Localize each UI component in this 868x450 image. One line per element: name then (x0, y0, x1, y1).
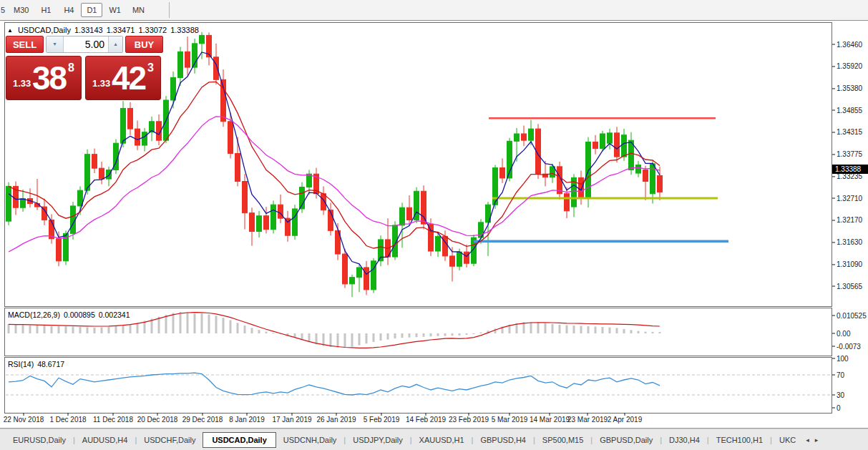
tab-audusd-h4[interactable]: AUDUSD,H4 (75, 433, 135, 447)
tab-scroll-right-icon[interactable]: ▸ (812, 435, 821, 445)
sell-price-main: 38 (32, 58, 66, 98)
buy-price-pip: 3 (147, 62, 154, 74)
tab-usdcad-daily[interactable]: USDCAD,Daily (203, 432, 275, 448)
timeframe-button-w1[interactable]: W1 (104, 3, 126, 17)
collapse-arrow-icon[interactable]: ▲ (7, 27, 13, 34)
sell-price-prefix: 1.33 (13, 78, 31, 89)
chart-title: ▲USDCAD,Daily1.331431.334711.330721.3338… (7, 26, 199, 34)
tab-dj30-h4[interactable]: DJ30,H4 (662, 433, 707, 447)
timeframe-button-mn[interactable]: MN (127, 3, 150, 17)
one-click-trade-widget: SELL ▾ 5.00 ▴ BUY 1.33 38 8 1.33 42 3 (6, 36, 163, 100)
macd-main-value: 0.000895 (64, 310, 95, 319)
svg-text:1.33775: 1.33775 (837, 150, 863, 158)
svg-text:8 Jan 2019: 8 Jan 2019 (229, 416, 265, 424)
timeframe-button-h4[interactable]: H4 (58, 3, 79, 17)
tab-usdchf-daily[interactable]: USDCHF,Daily (137, 433, 203, 447)
svg-text:17 Jan 2019: 17 Jan 2019 (272, 416, 311, 424)
toolbar-separator (169, 2, 170, 18)
svg-text:1 Dec 2018: 1 Dec 2018 (49, 416, 87, 424)
timeframe-button-m30[interactable]: M30 (9, 3, 34, 17)
volume-decrease-button[interactable]: ▾ (47, 36, 64, 52)
tab-tech100-h1[interactable]: TECH100,H1 (709, 433, 770, 447)
svg-text:22 Nov 2018: 22 Nov 2018 (4, 416, 44, 424)
chart-symbol-label: USDCAD,Daily (18, 26, 71, 34)
svg-text:2 Apr 2019: 2 Apr 2019 (608, 416, 643, 424)
svg-text:1.30565: 1.30565 (837, 283, 863, 290)
svg-text:20 Dec 2018: 20 Dec 2018 (137, 416, 178, 424)
timeframe-button-d1[interactable]: D1 (81, 3, 102, 17)
macd-name: MACD(12,26,9) (8, 310, 60, 319)
trading-terminal: 5M30H1H4D1W1MN 1.364601.359201.353801.34… (0, 0, 868, 450)
buy-price-prefix: 1.33 (92, 78, 110, 89)
tab-gbpusd-daily[interactable]: GBPUSD,Daily (593, 433, 660, 447)
svg-text:0.010525: 0.010525 (837, 312, 867, 320)
tab-usdjpy-daily[interactable]: USDJPY,Daily (346, 433, 410, 447)
svg-text:1.32710: 1.32710 (837, 195, 863, 202)
svg-text:23 Feb 2019: 23 Feb 2019 (449, 416, 489, 424)
tab-sp500-m15[interactable]: SP500,M15 (535, 433, 590, 447)
tab-eurusd-daily[interactable]: EURUSD,Daily (6, 433, 73, 447)
svg-text:-0.0073: -0.0073 (837, 343, 861, 351)
volume-increase-button[interactable]: ▴ (108, 36, 122, 52)
macd-indicator-label: MACD(12,26,9)0.0008950.002341 (8, 310, 134, 319)
svg-text:5 Mar 2019: 5 Mar 2019 (492, 416, 528, 424)
volume-spinner: ▾ 5.00 ▴ (46, 36, 123, 53)
rsi-name: RSI(14) (8, 360, 34, 368)
tab-scroll-left-icon[interactable]: ◂ (803, 435, 812, 445)
svg-text:1.35380: 1.35380 (837, 84, 863, 92)
ohlc-open: 1.33143 (74, 26, 103, 34)
svg-text:5 Feb 2019: 5 Feb 2019 (364, 416, 400, 424)
svg-text:14 Feb 2019: 14 Feb 2019 (406, 416, 447, 424)
buy-button[interactable]: BUY (125, 36, 163, 53)
svg-text:1.34855: 1.34855 (837, 107, 863, 114)
svg-text:23 Mar 2019: 23 Mar 2019 (567, 416, 608, 424)
tab-xauusd-h1[interactable]: XAUUSD,H1 (412, 433, 472, 447)
buy-price-box[interactable]: 1.33 42 3 (85, 56, 161, 100)
svg-text:1.32170: 1.32170 (837, 216, 863, 224)
svg-text:1.35920: 1.35920 (837, 62, 863, 70)
rsi-value: 48.6717 (37, 360, 64, 368)
sell-price-box[interactable]: 1.33 38 8 (6, 56, 82, 100)
rsi-indicator-label: RSI(14)48.6717 (8, 360, 68, 368)
svg-text:70: 70 (837, 371, 845, 379)
ohlc-close: 1.33388 (170, 26, 199, 34)
svg-text:26 Jan 2019: 26 Jan 2019 (316, 416, 356, 424)
timeframe-button-5[interactable]: 5 (0, 3, 7, 17)
svg-text:11 Dec 2018: 11 Dec 2018 (93, 416, 133, 424)
svg-text:30: 30 (837, 391, 845, 399)
svg-text:14 Mar 2019: 14 Mar 2019 (530, 416, 570, 424)
svg-text:100: 100 (837, 355, 849, 363)
volume-input[interactable]: 5.00 (64, 36, 108, 52)
symbol-tab-bar: EURUSD,Daily|AUDUSD,H4|USDCHF,DailyUSDCA… (0, 429, 868, 450)
tab-gbpusd-h4[interactable]: GBPUSD,H4 (473, 433, 533, 447)
ohlc-low: 1.33072 (138, 26, 167, 34)
ohlc-high: 1.33471 (107, 26, 135, 34)
svg-text:0: 0 (837, 404, 841, 412)
sell-price-pip: 8 (68, 62, 74, 74)
tab-ukc[interactable]: UKC (772, 433, 803, 447)
timeframe-button-h1[interactable]: H1 (35, 3, 57, 17)
bid-price-tag: 1.33388 (832, 165, 868, 174)
svg-text:1.31090: 1.31090 (837, 260, 863, 268)
timeframe-toolbar: 5M30H1H4D1W1MN (0, 0, 868, 21)
buy-price-main: 42 (112, 58, 145, 98)
tab-usdcnh-daily[interactable]: USDCNH,Daily (276, 433, 344, 447)
svg-text:1.34315: 1.34315 (837, 128, 863, 136)
svg-text:29 Dec 2018: 29 Dec 2018 (182, 416, 223, 424)
sell-button[interactable]: SELL (6, 36, 44, 53)
svg-text:0.00: 0.00 (837, 330, 851, 338)
macd-signal-value: 0.002341 (99, 310, 130, 319)
svg-text:1.36460: 1.36460 (837, 41, 863, 49)
svg-text:1.33235: 1.33235 (837, 172, 863, 180)
svg-text:1.31630: 1.31630 (837, 238, 863, 246)
